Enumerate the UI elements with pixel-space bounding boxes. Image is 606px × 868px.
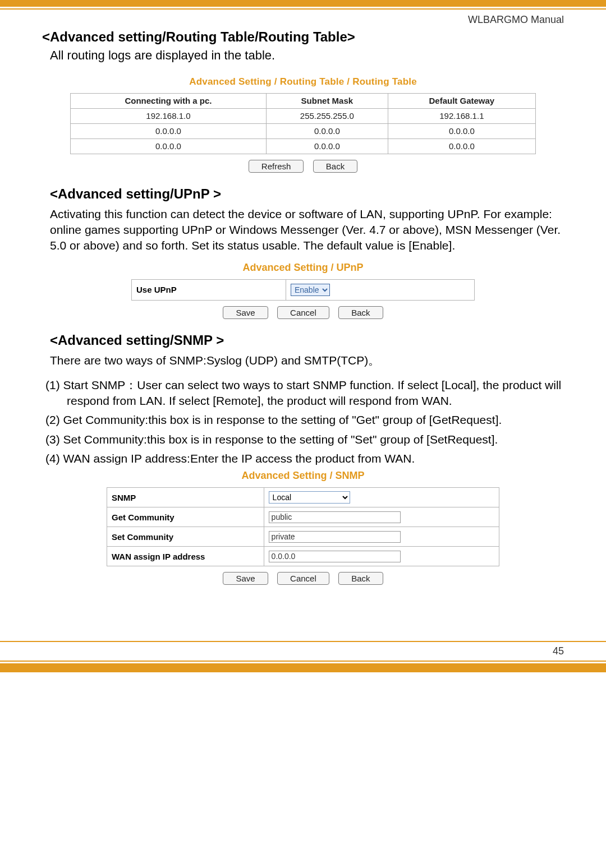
snmp-cell: Local xyxy=(264,488,499,507)
snmp-cell xyxy=(264,547,499,566)
col-subnet: Subnet Mask xyxy=(266,93,388,108)
snmp-item-2: (2) Get Community:this box is in respons… xyxy=(45,412,564,428)
back-button[interactable]: Back xyxy=(313,160,357,173)
snmp-form-container: SNMP Local Get Community Set Community xyxy=(107,487,499,566)
cell: 255.255.255.0 xyxy=(266,108,388,123)
cell: 0.0.0.0 xyxy=(266,123,388,138)
cell: 192.168.1.1 xyxy=(388,108,535,123)
upnp-caption: Advanced Setting / UPnP xyxy=(42,262,564,274)
snmp-label-set: Set Community xyxy=(107,527,264,547)
snmp-row: Get Community xyxy=(107,507,499,527)
snmp-cell xyxy=(264,527,499,547)
snmp-row: Set Community xyxy=(107,527,499,547)
header-manual-label: WLBARGMO Manual xyxy=(42,14,564,26)
footer-line-2 xyxy=(0,661,606,662)
routing-table-container: Connecting with a pc. Subnet Mask Defaul… xyxy=(70,93,536,154)
col-connecting: Connecting with a pc. xyxy=(71,93,267,108)
snmp-item-4: (4) WAN assign IP address:Enter the IP a… xyxy=(45,451,564,467)
cell: 192.168.1.0 xyxy=(71,108,267,123)
cell: 0.0.0.0 xyxy=(266,138,388,154)
snmp-button-row: Save Cancel Back xyxy=(42,572,564,585)
upnp-description: Activating this function can detect the … xyxy=(50,206,564,254)
snmp-item-3: (3) Set Community:this box is in respons… xyxy=(45,432,564,447)
cell: 0.0.0.0 xyxy=(71,138,267,154)
back-button[interactable]: Back xyxy=(338,572,383,585)
upnp-row: Use UPnP Enable xyxy=(132,279,475,300)
save-button[interactable]: Save xyxy=(223,306,268,319)
cell: 0.0.0.0 xyxy=(388,123,535,138)
wan-ip-input[interactable] xyxy=(269,551,401,562)
snmp-select[interactable]: Local xyxy=(269,491,350,504)
routing-table: Connecting with a pc. Subnet Mask Defaul… xyxy=(70,93,536,154)
upnp-form-container: Use UPnP Enable xyxy=(131,279,475,301)
save-button[interactable]: Save xyxy=(223,572,268,585)
footer-bar xyxy=(0,663,606,672)
snmp-item-1: (1) Start SNMP：User can select two ways … xyxy=(45,377,564,409)
back-button[interactable]: Back xyxy=(338,306,383,319)
snmp-caption: Advanced Setting / SNMP xyxy=(42,470,564,482)
refresh-button[interactable]: Refresh xyxy=(249,160,304,173)
snmp-list: (1) Start SNMP：User can select two ways … xyxy=(45,377,564,467)
snmp-heading: <Advanced setting/SNMP > xyxy=(50,333,564,348)
table-row: 192.168.1.0 255.255.255.0 192.168.1.1 xyxy=(71,108,536,123)
snmp-note: There are two ways of SNMP:Syslog (UDP) … xyxy=(50,353,564,368)
top-border-line xyxy=(0,8,606,10)
get-community-input[interactable] xyxy=(269,511,401,523)
set-community-input[interactable] xyxy=(269,531,401,543)
upnp-select[interactable]: Enable xyxy=(291,284,330,296)
cancel-button[interactable]: Cancel xyxy=(277,572,329,585)
upnp-form: Use UPnP Enable xyxy=(131,279,475,301)
table-row: 0.0.0.0 0.0.0.0 0.0.0.0 xyxy=(71,138,536,154)
cancel-button[interactable]: Cancel xyxy=(277,306,329,319)
routing-button-row: Refresh Back xyxy=(42,160,564,173)
snmp-label-snmp: SNMP xyxy=(107,488,264,507)
page-body: WLBARGMO Manual <Advanced setting/Routin… xyxy=(0,14,606,585)
routing-description: All routing logs are displayed in the ta… xyxy=(50,47,564,64)
col-gateway: Default Gateway xyxy=(388,93,535,108)
cell: 0.0.0.0 xyxy=(388,138,535,154)
snmp-row: WAN assign IP address xyxy=(107,547,499,566)
upnp-heading: <Advanced setting/UPnP > xyxy=(50,186,564,202)
upnp-field-cell: Enable xyxy=(286,279,474,300)
upnp-button-row: Save Cancel Back xyxy=(42,306,564,319)
snmp-label-wan: WAN assign IP address xyxy=(107,547,264,566)
cell: 0.0.0.0 xyxy=(71,123,267,138)
snmp-row: SNMP Local xyxy=(107,488,499,507)
footer: 45 xyxy=(0,641,606,672)
snmp-form: SNMP Local Get Community Set Community xyxy=(107,487,499,566)
table-row: 0.0.0.0 0.0.0.0 0.0.0.0 xyxy=(71,123,536,138)
routing-heading: <Advanced setting/Routing Table/Routing … xyxy=(42,29,564,45)
upnp-label: Use UPnP xyxy=(132,279,286,300)
routing-caption: Advanced Setting / Routing Table / Routi… xyxy=(42,76,564,87)
top-border-bar xyxy=(0,0,606,7)
snmp-cell xyxy=(264,507,499,527)
snmp-label-get: Get Community xyxy=(107,507,264,527)
page-number: 45 xyxy=(0,642,606,661)
table-header-row: Connecting with a pc. Subnet Mask Defaul… xyxy=(71,93,536,108)
